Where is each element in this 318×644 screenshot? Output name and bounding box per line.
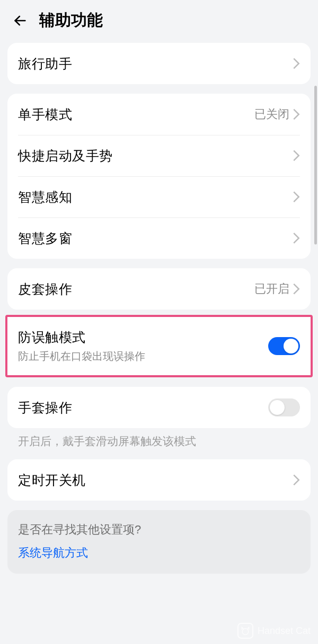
page-title: 辅助功能	[39, 10, 103, 31]
row-label: 智慧感知	[18, 188, 293, 206]
search-other-settings: 是否在寻找其他设置项? 系统导航方式	[7, 510, 311, 574]
settings-group-glove: 手套操作	[7, 387, 311, 428]
nav-style-link[interactable]: 系统导航方式	[18, 545, 300, 561]
row-label: 旅行助手	[18, 55, 293, 72]
svg-point-1	[242, 629, 249, 635]
row-scheduled-power[interactable]: 定时开关机	[7, 459, 311, 501]
row-leather-case[interactable]: 皮套操作 已开启	[7, 268, 311, 310]
search-question-text: 是否在寻找其他设置项?	[18, 522, 300, 538]
row-label: 皮套操作	[18, 280, 254, 298]
highlighted-setting-frame: 防误触模式 防止手机在口袋出现误操作	[5, 315, 313, 377]
row-label: 单手模式	[18, 106, 254, 123]
row-label: 定时开关机	[18, 471, 293, 489]
row-smart-sensing[interactable]: 智慧感知	[7, 176, 311, 217]
scrollbar[interactable]	[314, 86, 317, 244]
row-label: 防误触模式	[18, 329, 268, 346]
settings-group-travel: 旅行助手	[7, 43, 311, 84]
watermark: Handset Cat	[237, 623, 311, 639]
row-label: 智慧多窗	[18, 230, 293, 247]
toggle-pocket-mode[interactable]	[268, 337, 300, 355]
row-travel-assistant[interactable]: 旅行助手	[7, 43, 311, 84]
settings-group-gestures: 单手模式 已关闭 快捷启动及手势 智慧感知 智慧多窗	[7, 94, 311, 259]
settings-group-power: 定时开关机	[7, 459, 311, 501]
row-label: 手套操作	[18, 399, 268, 416]
row-pocket-mode[interactable]: 防误触模式 防止手机在口袋出现误操作	[8, 318, 310, 374]
toggle-glove-mode[interactable]	[268, 398, 300, 416]
row-value: 已关闭	[254, 106, 289, 122]
chevron-right-icon	[293, 58, 300, 69]
glove-mode-description: 开启后，戴手套滑动屏幕触发该模式	[0, 433, 318, 459]
chevron-right-icon	[293, 474, 300, 486]
chevron-right-icon	[293, 191, 300, 203]
row-value: 已开启	[254, 281, 289, 297]
chevron-right-icon	[293, 150, 300, 161]
back-button[interactable]	[11, 11, 30, 30]
cat-icon	[237, 623, 253, 639]
settings-group-case: 皮套操作 已开启	[7, 268, 311, 310]
row-label: 快捷启动及手势	[18, 147, 293, 165]
row-glove-mode[interactable]: 手套操作	[7, 387, 311, 428]
row-subtitle: 防止手机在口袋出现误操作	[18, 349, 268, 364]
chevron-right-icon	[293, 108, 300, 120]
watermark-text: Handset Cat	[258, 625, 311, 637]
row-shortcuts-gestures[interactable]: 快捷启动及手势	[7, 135, 311, 176]
row-multi-window[interactable]: 智慧多窗	[7, 217, 311, 259]
toggle-knob	[270, 400, 285, 415]
chevron-right-icon	[293, 283, 300, 295]
app-header: 辅助功能	[0, 0, 318, 43]
toggle-knob	[284, 339, 298, 353]
row-one-hand-mode[interactable]: 单手模式 已关闭	[7, 94, 311, 135]
chevron-right-icon	[293, 232, 300, 244]
